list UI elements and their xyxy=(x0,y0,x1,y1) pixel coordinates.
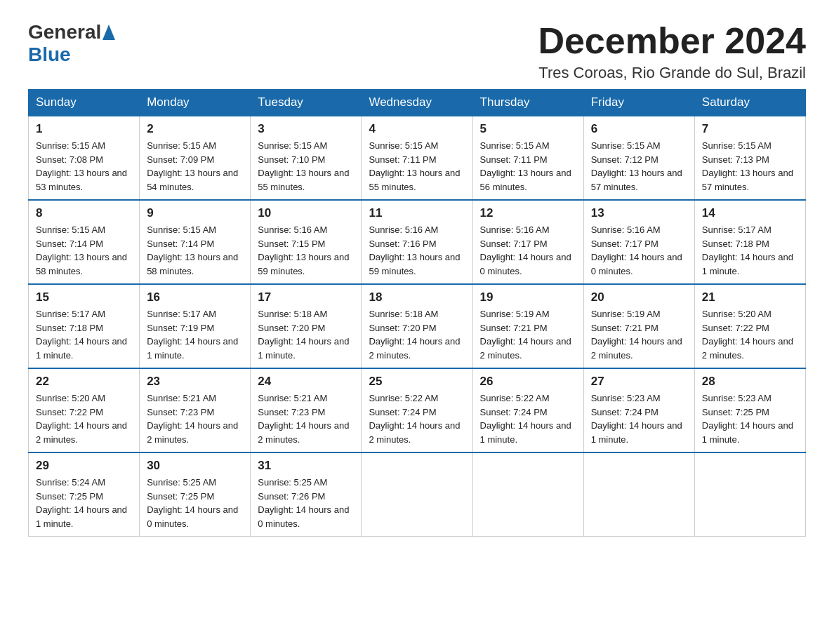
day-info: Sunrise: 5:22 AMSunset: 7:24 PMDaylight:… xyxy=(480,393,571,445)
day-number: 12 xyxy=(480,206,576,220)
calendar-day-cell: 13 Sunrise: 5:16 AMSunset: 7:17 PMDaylig… xyxy=(583,200,694,284)
calendar-day-cell xyxy=(472,452,583,537)
day-info: Sunrise: 5:20 AMSunset: 7:22 PMDaylight:… xyxy=(702,309,793,361)
day-info: Sunrise: 5:15 AMSunset: 7:12 PMDaylight:… xyxy=(591,140,682,192)
calendar-week-row: 22 Sunrise: 5:20 AMSunset: 7:22 PMDaylig… xyxy=(29,368,806,452)
day-info: Sunrise: 5:16 AMSunset: 7:17 PMDaylight:… xyxy=(480,224,571,276)
day-number: 28 xyxy=(702,375,798,389)
day-number: 20 xyxy=(591,290,687,304)
calendar-day-cell: 9 Sunrise: 5:15 AMSunset: 7:14 PMDayligh… xyxy=(140,200,251,284)
day-number: 17 xyxy=(258,290,354,304)
calendar-day-cell: 25 Sunrise: 5:22 AMSunset: 7:24 PMDaylig… xyxy=(362,368,472,452)
day-info: Sunrise: 5:18 AMSunset: 7:20 PMDaylight:… xyxy=(369,309,460,361)
calendar-week-row: 15 Sunrise: 5:17 AMSunset: 7:18 PMDaylig… xyxy=(29,284,806,368)
day-info: Sunrise: 5:18 AMSunset: 7:20 PMDaylight:… xyxy=(258,309,349,361)
calendar-day-header: Tuesday xyxy=(251,90,362,116)
calendar-day-cell: 10 Sunrise: 5:16 AMSunset: 7:15 PMDaylig… xyxy=(251,200,362,284)
day-number: 14 xyxy=(702,206,798,220)
day-info: Sunrise: 5:15 AMSunset: 7:11 PMDaylight:… xyxy=(369,140,460,192)
day-info: Sunrise: 5:21 AMSunset: 7:23 PMDaylight:… xyxy=(258,393,349,445)
calendar-day-cell: 19 Sunrise: 5:19 AMSunset: 7:21 PMDaylig… xyxy=(472,284,583,368)
calendar-day-cell: 29 Sunrise: 5:24 AMSunset: 7:25 PMDaylig… xyxy=(29,452,140,537)
calendar-day-cell: 7 Sunrise: 5:15 AMSunset: 7:13 PMDayligh… xyxy=(694,116,805,200)
page-title: December 2024 xyxy=(538,21,806,61)
page-subtitle: Tres Coroas, Rio Grande do Sul, Brazil xyxy=(538,64,806,82)
day-info: Sunrise: 5:19 AMSunset: 7:21 PMDaylight:… xyxy=(480,309,571,361)
day-number: 25 xyxy=(369,375,465,389)
calendar-day-cell xyxy=(362,452,472,537)
calendar-day-cell xyxy=(694,452,805,537)
day-number: 23 xyxy=(147,375,243,389)
logo-triangle-icon xyxy=(102,25,115,40)
logo-blue-text: Blue xyxy=(28,43,71,65)
page-header: General Blue December 2024 Tres Coroas, … xyxy=(28,21,806,82)
day-number: 5 xyxy=(480,122,576,136)
calendar-day-cell: 24 Sunrise: 5:21 AMSunset: 7:23 PMDaylig… xyxy=(251,368,362,452)
calendar-day-cell xyxy=(583,452,694,537)
day-info: Sunrise: 5:17 AMSunset: 7:18 PMDaylight:… xyxy=(702,224,793,276)
day-info: Sunrise: 5:15 AMSunset: 7:10 PMDaylight:… xyxy=(258,140,349,192)
day-info: Sunrise: 5:15 AMSunset: 7:09 PMDaylight:… xyxy=(147,140,238,192)
day-info: Sunrise: 5:16 AMSunset: 7:17 PMDaylight:… xyxy=(591,224,682,276)
day-number: 16 xyxy=(147,290,243,304)
day-number: 22 xyxy=(36,375,132,389)
title-block: December 2024 Tres Coroas, Rio Grande do… xyxy=(538,21,806,82)
calendar-day-cell: 28 Sunrise: 5:23 AMSunset: 7:25 PMDaylig… xyxy=(694,368,805,452)
calendar-day-cell: 8 Sunrise: 5:15 AMSunset: 7:14 PMDayligh… xyxy=(29,200,140,284)
day-info: Sunrise: 5:15 AMSunset: 7:14 PMDaylight:… xyxy=(147,224,238,276)
calendar-day-cell: 14 Sunrise: 5:17 AMSunset: 7:18 PMDaylig… xyxy=(694,200,805,284)
day-info: Sunrise: 5:23 AMSunset: 7:24 PMDaylight:… xyxy=(591,393,682,445)
day-number: 18 xyxy=(369,290,465,304)
day-info: Sunrise: 5:17 AMSunset: 7:18 PMDaylight:… xyxy=(36,309,127,361)
day-number: 4 xyxy=(369,122,465,136)
day-number: 1 xyxy=(36,122,132,136)
day-info: Sunrise: 5:15 AMSunset: 7:14 PMDaylight:… xyxy=(36,224,127,276)
day-info: Sunrise: 5:25 AMSunset: 7:26 PMDaylight:… xyxy=(258,477,349,529)
day-number: 3 xyxy=(258,122,354,136)
day-info: Sunrise: 5:23 AMSunset: 7:25 PMDaylight:… xyxy=(702,393,793,445)
calendar-day-header: Monday xyxy=(140,90,251,116)
day-info: Sunrise: 5:17 AMSunset: 7:19 PMDaylight:… xyxy=(147,309,238,361)
calendar-day-cell: 30 Sunrise: 5:25 AMSunset: 7:25 PMDaylig… xyxy=(140,452,251,537)
day-number: 11 xyxy=(369,206,465,220)
day-number: 8 xyxy=(36,206,132,220)
calendar-day-cell: 21 Sunrise: 5:20 AMSunset: 7:22 PMDaylig… xyxy=(694,284,805,368)
day-info: Sunrise: 5:20 AMSunset: 7:22 PMDaylight:… xyxy=(36,393,127,445)
day-number: 31 xyxy=(258,459,354,473)
calendar-day-cell: 22 Sunrise: 5:20 AMSunset: 7:22 PMDaylig… xyxy=(29,368,140,452)
calendar-day-cell: 27 Sunrise: 5:23 AMSunset: 7:24 PMDaylig… xyxy=(583,368,694,452)
logo: General Blue xyxy=(28,21,115,66)
calendar-day-cell: 17 Sunrise: 5:18 AMSunset: 7:20 PMDaylig… xyxy=(251,284,362,368)
day-info: Sunrise: 5:22 AMSunset: 7:24 PMDaylight:… xyxy=(369,393,460,445)
day-number: 7 xyxy=(702,122,798,136)
day-info: Sunrise: 5:16 AMSunset: 7:15 PMDaylight:… xyxy=(258,224,349,276)
day-number: 6 xyxy=(591,122,687,136)
calendar-day-cell: 26 Sunrise: 5:22 AMSunset: 7:24 PMDaylig… xyxy=(472,368,583,452)
day-number: 29 xyxy=(36,459,132,473)
calendar-day-cell: 15 Sunrise: 5:17 AMSunset: 7:18 PMDaylig… xyxy=(29,284,140,368)
day-number: 15 xyxy=(36,290,132,304)
calendar-day-header: Friday xyxy=(583,90,694,116)
day-number: 26 xyxy=(480,375,576,389)
calendar-week-row: 1 Sunrise: 5:15 AMSunset: 7:08 PMDayligh… xyxy=(29,116,806,200)
day-info: Sunrise: 5:15 AMSunset: 7:13 PMDaylight:… xyxy=(702,140,793,192)
calendar-day-header: Thursday xyxy=(472,90,583,116)
calendar-day-cell: 12 Sunrise: 5:16 AMSunset: 7:17 PMDaylig… xyxy=(472,200,583,284)
calendar-day-cell: 4 Sunrise: 5:15 AMSunset: 7:11 PMDayligh… xyxy=(362,116,472,200)
calendar-day-cell: 1 Sunrise: 5:15 AMSunset: 7:08 PMDayligh… xyxy=(29,116,140,200)
calendar-day-cell: 5 Sunrise: 5:15 AMSunset: 7:11 PMDayligh… xyxy=(472,116,583,200)
calendar-day-cell: 11 Sunrise: 5:16 AMSunset: 7:16 PMDaylig… xyxy=(362,200,472,284)
svg-marker-0 xyxy=(102,25,115,40)
day-number: 24 xyxy=(258,375,354,389)
calendar-week-row: 8 Sunrise: 5:15 AMSunset: 7:14 PMDayligh… xyxy=(29,200,806,284)
calendar-day-cell: 23 Sunrise: 5:21 AMSunset: 7:23 PMDaylig… xyxy=(140,368,251,452)
calendar-day-header: Saturday xyxy=(694,90,805,116)
calendar-week-row: 29 Sunrise: 5:24 AMSunset: 7:25 PMDaylig… xyxy=(29,452,806,537)
calendar-day-header: Wednesday xyxy=(362,90,472,116)
day-number: 19 xyxy=(480,290,576,304)
calendar-day-cell: 16 Sunrise: 5:17 AMSunset: 7:19 PMDaylig… xyxy=(140,284,251,368)
day-number: 9 xyxy=(147,206,243,220)
day-info: Sunrise: 5:19 AMSunset: 7:21 PMDaylight:… xyxy=(591,309,682,361)
day-number: 13 xyxy=(591,206,687,220)
day-number: 30 xyxy=(147,459,243,473)
